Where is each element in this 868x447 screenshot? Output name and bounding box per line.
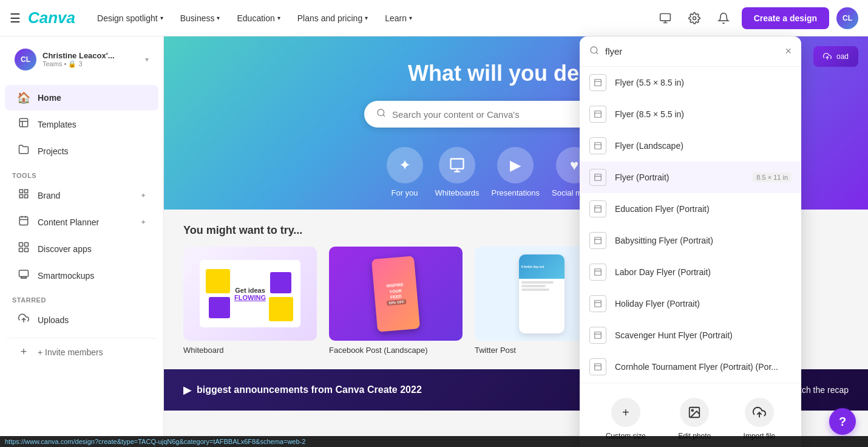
dropdown-item-3[interactable]: Flyer (Portrait) 8.5 × 11 in (580, 162, 801, 193)
dropdown-item-text-2: Flyer (Landscape) (615, 141, 792, 151)
home-icon: 🏠 (17, 91, 30, 104)
dropdown-item-8[interactable]: Scavenger Hunt Flyer (Portrait) (580, 319, 801, 351)
dropdown-search-icon (589, 46, 599, 58)
sidebar-item-templates[interactable]: Templates (5, 111, 158, 137)
dropdown-item-4[interactable]: Education Flyer (Portrait) (580, 193, 801, 225)
dropdown-search-input[interactable] (605, 46, 779, 56)
chevron-down-icon: ▾ (277, 15, 280, 21)
sidebar-item-uploads[interactable]: Uploads (5, 307, 158, 333)
sidebar-item-smartmockups[interactable]: Smartmockups (5, 262, 158, 288)
flyer-icon (589, 200, 606, 217)
card-whiteboard[interactable]: Get ideasFLOWING Whiteboard (183, 247, 317, 355)
dropdown-item-text-8: Scavenger Hunt Flyer (Portrait) (615, 330, 792, 340)
dropdown-item-text-1: Flyer (8.5 × 5.5 in) (615, 109, 792, 119)
svg-rect-26 (595, 111, 602, 118)
close-icon[interactable]: × (785, 45, 792, 58)
dropdown-item-6[interactable]: Labor Day Flyer (Portrait) (580, 256, 801, 288)
settings-icon[interactable] (683, 7, 705, 29)
category-whiteboards[interactable]: Whiteboards (435, 147, 480, 197)
sidebar-label-uploads: Uploads (38, 315, 69, 325)
dropdown-item-text-7: Holiday Flyer (Portrait) (615, 299, 792, 309)
dropdown-item-9[interactable]: Cornhole Tournament Flyer (Portrait) (Po… (580, 351, 801, 383)
sidebar-user[interactable]: CL Christine Leacox'... Teams • 🔒 3 ▾ (5, 44, 158, 80)
nav-plans-pricing[interactable]: Plans and pricing ▾ (290, 10, 375, 27)
banner-text: biggest announcements from Canva Create … (197, 384, 422, 395)
svg-line-24 (596, 52, 598, 54)
svg-rect-13 (19, 248, 23, 252)
dropdown-item-5[interactable]: Babysitting Flyer (Portrait) (580, 225, 801, 256)
brand-icon (17, 188, 30, 202)
sidebar-label-projects: Projects (38, 146, 69, 156)
category-for-you[interactable]: ✦ For you (387, 147, 423, 197)
dropdown-item-text-9: Cornhole Tournament Flyer (Portrait) (Po… (615, 362, 792, 372)
canva-logo: Canva (28, 9, 75, 27)
hamburger-icon[interactable]: ☰ (10, 11, 21, 26)
dropdown-item-0[interactable]: Flyer (5.5 × 8.5 in) (580, 67, 801, 98)
flyer-icon (589, 295, 606, 312)
card-facebook-preview: INSPIREYOURFEED50% OFF (329, 247, 463, 341)
svg-rect-33 (595, 332, 602, 339)
svg-rect-22 (451, 159, 464, 169)
nav-links: Design spotlight ▾ Business ▾ Education … (90, 10, 654, 27)
chevron-down-icon: ▾ (409, 15, 412, 21)
for-you-icon: ✦ (387, 147, 423, 183)
svg-rect-27 (595, 143, 602, 149)
notifications-icon[interactable] (713, 7, 734, 29)
dropdown-item-1[interactable]: Flyer (8.5 × 5.5 in) (580, 98, 801, 130)
svg-rect-5 (25, 195, 28, 198)
edit-photo-icon (680, 398, 709, 427)
svg-rect-34 (595, 364, 602, 370)
status-bar: https://www.canva.com/design?create&type… (0, 436, 868, 447)
dropdown-item-text-4: Education Flyer (Portrait) (615, 204, 792, 214)
content-planner-icon (17, 215, 30, 229)
upload-button[interactable]: oad (813, 46, 858, 67)
svg-rect-0 (660, 13, 670, 21)
flyer-icon (589, 327, 606, 344)
nav-business[interactable]: Business ▾ (173, 10, 228, 27)
sidebar-item-home[interactable]: 🏠 Home (5, 85, 158, 111)
svg-rect-28 (595, 174, 602, 181)
svg-point-23 (591, 47, 597, 53)
sidebar-item-discover-apps[interactable]: Discover apps (5, 236, 158, 262)
category-presentations[interactable]: ▶ Presentations (492, 147, 540, 197)
svg-rect-7 (19, 217, 28, 225)
sidebar-item-content-planner[interactable]: Content Planner ✦ (5, 209, 158, 235)
banner-play-icon: ▶ (183, 383, 192, 397)
dropdown-item-7[interactable]: Holiday Flyer (Portrait) (580, 288, 801, 319)
chevron-down-icon: ▾ (160, 15, 163, 21)
monitor-icon[interactable] (654, 7, 676, 29)
flyer-icon (589, 358, 606, 375)
avatar[interactable]: CL (836, 7, 858, 29)
svg-point-20 (378, 109, 384, 116)
flyer-icon (589, 137, 606, 154)
sidebar-item-projects[interactable]: Projects (5, 138, 158, 164)
card-whiteboard-label: Whiteboard (183, 346, 317, 355)
dropdown-item-text-3: Flyer (Portrait) (615, 172, 744, 182)
card-facebook[interactable]: INSPIREYOURFEED50% OFF Facebook Post (La… (329, 247, 463, 355)
nav-learn[interactable]: Learn ▾ (378, 10, 419, 27)
nav-design-spotlight[interactable]: Design spotlight ▾ (90, 10, 171, 27)
create-design-button[interactable]: Create a design (742, 7, 829, 29)
sidebar: CL Christine Leacox'... Teams • 🔒 3 ▾ 🏠 … (0, 36, 164, 447)
user-team: Teams • 🔒 3 (42, 60, 145, 68)
sidebar-label-discover-apps: Discover apps (38, 244, 92, 254)
sidebar-label-smartmockups: Smartmockups (38, 271, 94, 281)
search-dropdown: × Flyer (5.5 × 8.5 in) Flyer (8.5 × 5.5 … (580, 36, 801, 447)
sidebar-item-invite[interactable]: + + Invite members (5, 338, 158, 364)
dropdown-item-text-0: Flyer (5.5 × 8.5 in) (615, 78, 792, 87)
svg-point-1 (693, 16, 696, 19)
projects-icon (17, 144, 30, 158)
dropdown-item-text-5: Babysitting Flyer (Portrait) (615, 236, 792, 245)
svg-rect-30 (595, 237, 602, 244)
flyer-icon (589, 232, 606, 249)
presentations-icon: ▶ (497, 147, 534, 183)
dropdown-item-2[interactable]: Flyer (Landscape) (580, 130, 801, 162)
chevron-down-icon: ▾ (217, 15, 220, 21)
import-file-icon (745, 398, 774, 427)
dropdown-item-badge-3: 8.5 × 11 in (753, 172, 792, 182)
help-button[interactable]: ? (829, 408, 856, 435)
nav-education[interactable]: Education ▾ (229, 10, 287, 27)
sidebar-item-brand[interactable]: Brand ✦ (5, 182, 158, 208)
sidebar-label-content-planner: Content Planner (38, 217, 99, 227)
whiteboards-icon (439, 147, 475, 183)
